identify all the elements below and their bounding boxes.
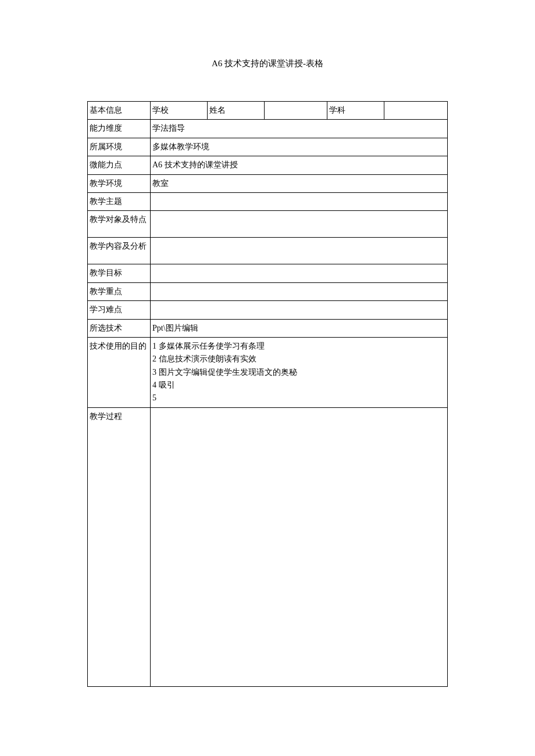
value-teaching-content — [151, 238, 448, 264]
label-name: 姓名 — [208, 102, 265, 120]
row-micro-ability: 微能力点 A6 技术支持的课堂讲授 — [88, 156, 448, 174]
row-teaching-focus: 教学重点 — [88, 282, 448, 300]
label-learning-difficulty: 学习难点 — [88, 301, 151, 319]
label-teaching-target: 教学对象及特点 — [88, 211, 151, 238]
form-table: 基本信息 学校 姓名 学科 能力维度 学法指导 所属环境 多媒体教学环境 微能力… — [87, 101, 448, 687]
row-teaching-process: 教学过程 — [88, 407, 448, 686]
row-teaching-target: 教学对象及特点 — [88, 211, 448, 238]
label-tech-purpose: 技术使用的目的 — [88, 337, 151, 407]
label-micro-ability: 微能力点 — [88, 156, 151, 174]
row-basic-info: 基本信息 学校 姓名 学科 — [88, 102, 448, 120]
label-teaching-goal: 教学目标 — [88, 264, 151, 282]
row-selected-tech: 所选技术 Ppt\图片编辑 — [88, 319, 448, 337]
label-school: 学校 — [151, 102, 208, 120]
label-environment: 所属环境 — [88, 138, 151, 156]
value-ability-dimension: 学法指导 — [151, 120, 448, 138]
value-tech-purpose: 1 多媒体展示任务使学习有条理 2 信息技术演示使朗读有实效 3 图片文字编辑促… — [151, 337, 448, 407]
row-learning-difficulty: 学习难点 — [88, 301, 448, 319]
label-teaching-topic: 教学主题 — [88, 192, 151, 210]
row-ability-dimension: 能力维度 学法指导 — [88, 120, 448, 138]
row-tech-purpose: 技术使用的目的 1 多媒体展示任务使学习有条理 2 信息技术演示使朗读有实效 3… — [88, 337, 448, 407]
value-subject — [384, 102, 448, 120]
value-name — [265, 102, 327, 120]
label-teaching-content: 教学内容及分析 — [88, 238, 151, 264]
label-teaching-env: 教学环境 — [88, 174, 151, 192]
row-teaching-env: 教学环境 教室 — [88, 174, 448, 192]
value-teaching-focus — [151, 282, 448, 300]
value-micro-ability: A6 技术支持的课堂讲授 — [151, 156, 448, 174]
label-subject: 学科 — [327, 102, 384, 120]
label-teaching-focus: 教学重点 — [88, 282, 151, 300]
label-selected-tech: 所选技术 — [88, 319, 151, 337]
row-teaching-goal: 教学目标 — [88, 264, 448, 282]
value-selected-tech: Ppt\图片编辑 — [151, 319, 448, 337]
value-teaching-target — [151, 211, 448, 238]
label-basic-info: 基本信息 — [88, 102, 151, 120]
value-environment: 多媒体教学环境 — [151, 138, 448, 156]
value-teaching-topic — [151, 192, 448, 210]
value-teaching-process — [151, 407, 448, 686]
value-learning-difficulty — [151, 301, 448, 319]
row-environment: 所属环境 多媒体教学环境 — [88, 138, 448, 156]
row-teaching-content: 教学内容及分析 — [88, 238, 448, 264]
value-teaching-goal — [151, 264, 448, 282]
row-teaching-topic: 教学主题 — [88, 192, 448, 210]
value-teaching-env: 教室 — [151, 174, 448, 192]
label-ability-dimension: 能力维度 — [88, 120, 151, 138]
document-title: A6 技术支持的课堂讲授-表格 — [87, 58, 448, 69]
label-teaching-process: 教学过程 — [88, 407, 151, 686]
